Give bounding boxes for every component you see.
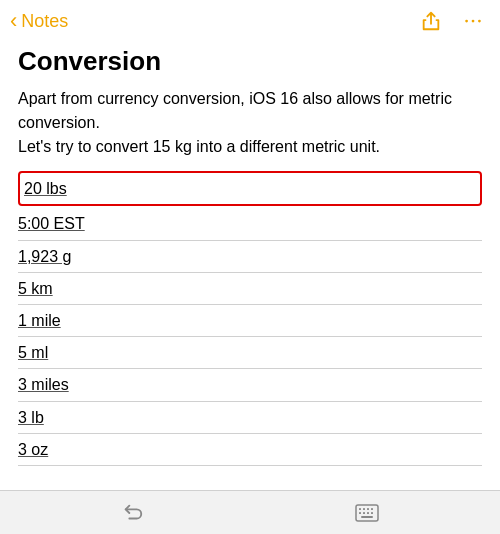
svg-point-0 [465,20,468,23]
list-item[interactable]: 5:00 EST [18,208,482,240]
svg-rect-4 [359,508,361,510]
svg-rect-8 [359,512,361,514]
bottom-toolbar [0,490,500,534]
note-body-line1: Apart from currency conversion, iOS 16 a… [18,90,452,131]
svg-point-1 [472,20,475,23]
toolbar-undo-button[interactable] [122,502,144,524]
conversion-value: 3 lb [18,404,44,431]
svg-rect-6 [367,508,369,510]
list-item[interactable]: 3 miles [18,369,482,401]
svg-point-2 [478,20,481,23]
note-body: Apart from currency conversion, iOS 16 a… [18,87,482,159]
toolbar-keyboard-button[interactable] [355,504,379,522]
conversion-value: 5 ml [18,339,48,366]
conversion-value: 20 lbs [24,175,67,202]
keyboard-icon [355,504,379,522]
svg-rect-10 [367,512,369,514]
conversion-value: 5:00 EST [18,210,85,237]
svg-rect-11 [371,512,373,514]
more-button[interactable] [462,10,484,32]
list-item[interactable]: 20 lbs [18,171,482,206]
top-navigation-bar: ‹ Notes [0,0,500,38]
conversion-value: 3 oz [18,436,48,463]
conversion-value: 1,923 g [18,243,71,270]
back-chevron-icon: ‹ [10,10,17,32]
svg-rect-5 [363,508,365,510]
list-item[interactable]: 5 ml [18,337,482,369]
share-button[interactable] [420,10,442,32]
share-icon [420,10,442,32]
list-item[interactable]: 1,923 g [18,241,482,273]
top-icon-group [420,10,484,32]
note-body-line2: Let's try to convert 15 kg into a differ… [18,138,380,155]
back-button[interactable]: ‹ Notes [10,10,68,32]
list-item[interactable]: 3 oz [18,434,482,466]
conversion-list: 20 lbs 5:00 EST 1,923 g 5 km 1 mile 5 ml… [18,171,482,466]
svg-rect-9 [363,512,365,514]
conversion-value: 3 miles [18,371,69,398]
svg-rect-12 [361,516,373,518]
list-item[interactable]: 3 lb [18,402,482,434]
note-content: Conversion Apart from currency conversio… [0,38,500,482]
list-item[interactable]: 5 km [18,273,482,305]
conversion-value: 1 mile [18,307,61,334]
undo-icon [122,502,144,524]
list-item[interactable]: 1 mile [18,305,482,337]
more-icon [462,10,484,32]
back-label: Notes [21,11,68,32]
conversion-value: 5 km [18,275,53,302]
note-title: Conversion [18,46,482,77]
svg-rect-7 [371,508,373,510]
